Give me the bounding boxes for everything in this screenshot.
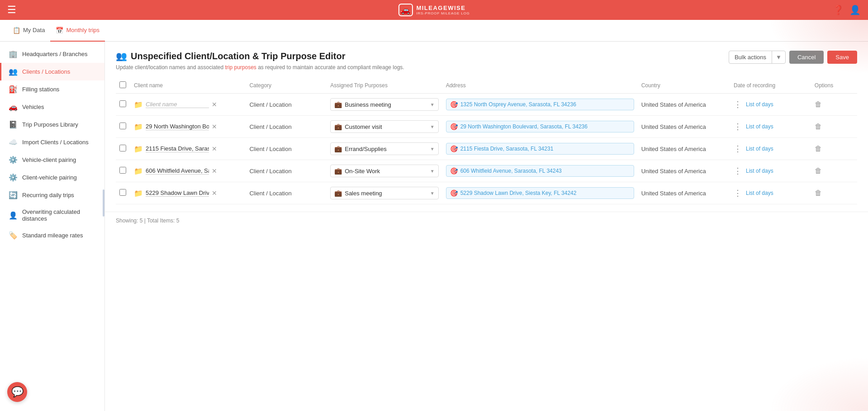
delete-button-3[interactable]: 🗑 — [815, 167, 822, 175]
tp-icon-4: 💼 — [334, 189, 342, 197]
trip-purpose-select-0[interactable]: 💼 Business meeting ▼ — [330, 98, 438, 111]
tab-monthly-trips[interactable]: 📅 Monthly trips — [50, 20, 105, 42]
select-all-checkbox[interactable] — [119, 81, 126, 88]
list-of-days-link-1[interactable]: List of days — [746, 123, 773, 130]
list-of-days-link-3[interactable]: List of days — [746, 168, 773, 174]
overwriting-icon: 👤 — [9, 211, 18, 220]
import-icon: ☁️ — [9, 138, 18, 146]
client-name-wrap-3: 📁 ✕ — [134, 167, 242, 175]
clients-icon: 👥 — [9, 67, 18, 76]
row-checkbox-0[interactable] — [119, 100, 126, 107]
options-dots-1[interactable]: ⋮ — [734, 122, 742, 132]
list-of-days-link-0[interactable]: List of days — [746, 101, 773, 108]
sidebar-item-import[interactable]: ☁️ Import Clients / Locations — [0, 133, 104, 151]
addr-icon-1: 🎯 — [450, 123, 458, 130]
trip-purpose-select-3[interactable]: 💼 On-Site Work ▼ — [330, 165, 438, 177]
bulk-actions-arrow-icon: ▼ — [772, 51, 785, 63]
row-checkbox-4[interactable] — [119, 189, 126, 196]
table-body: 📁 ✕ Client / Location 💼 Business meeting… — [116, 94, 857, 204]
top-nav: ☰ 🚗 MILEAGEWISE IRS-PROOF MILEAGE LOG ❓ … — [0, 0, 868, 20]
address-link-4[interactable]: 🎯 5229 Shadow Lawn Drive, Siesta Key, FL… — [446, 187, 634, 199]
table-footer: Showing: 5 | Total Items: 5 — [105, 212, 868, 229]
clear-input-btn-2[interactable]: ✕ — [212, 145, 217, 152]
sidebar-item-trip-purposes[interactable]: 📓 Trip Purposes Library — [0, 116, 104, 133]
client-name-wrap-0: 📁 ✕ — [134, 100, 242, 109]
sidebar-item-vehicles[interactable]: 🚗 Vehicles — [0, 98, 104, 116]
trip-purpose-select-4[interactable]: 💼 Sales meeting ▼ — [330, 187, 438, 199]
sidebar-item-recurring[interactable]: 🔄 Recurring daily trips — [0, 186, 104, 204]
options-dots-2[interactable]: ⋮ — [734, 144, 742, 154]
tp-arrow-icon-1: ▼ — [430, 124, 435, 129]
category-cell-4: Client / Location — [246, 182, 327, 204]
chat-button[interactable]: 💬 — [7, 382, 27, 402]
list-of-days-link-4[interactable]: List of days — [746, 190, 773, 196]
clear-input-btn-3[interactable]: ✕ — [212, 167, 217, 175]
options-dots-0[interactable]: ⋮ — [734, 99, 742, 109]
user-profile-button[interactable]: 👤 — [849, 5, 861, 15]
vehicles-icon: 🚗 — [9, 103, 18, 111]
col-trip-purposes: Assigned Trip Purposes — [327, 78, 442, 94]
sidebar-item-client-vehicle[interactable]: ⚙️ Client-vehicle pairing — [0, 169, 104, 186]
tab-my-data-label: My Data — [23, 27, 45, 33]
addr-icon-0: 🎯 — [450, 101, 458, 108]
delete-button-1[interactable]: 🗑 — [815, 123, 822, 131]
sidebar-item-mileage-rates[interactable]: 🏷️ Standard mileage rates — [0, 227, 104, 244]
logo-box: 🚗 — [398, 4, 413, 16]
tab-my-data[interactable]: 📋 My Data — [7, 20, 50, 42]
row-checkbox-2[interactable] — [119, 145, 126, 151]
col-client-name: Client name — [130, 78, 246, 94]
tp-icon-0: 💼 — [334, 101, 342, 108]
date-options-wrap-1: ⋮ List of days — [734, 122, 807, 132]
options-dots-4[interactable]: ⋮ — [734, 188, 742, 198]
sidebar-item-vehicle-client[interactable]: ⚙️ Vehicle-client pairing — [0, 151, 104, 169]
sidebar-item-filling-stations[interactable]: ⛽ Filling stations — [0, 80, 104, 98]
client-name-wrap-2: 📁 ✕ — [134, 145, 242, 153]
client-name-input-3[interactable] — [146, 167, 209, 175]
row-checkbox-3[interactable] — [119, 167, 126, 174]
address-link-3[interactable]: 🎯 606 Whitfield Avenue, Sarasota, FL 342… — [446, 165, 634, 177]
clear-input-btn-1[interactable]: ✕ — [212, 123, 217, 130]
help-button[interactable]: ❓ — [833, 5, 844, 15]
save-button[interactable]: Save — [827, 51, 857, 64]
sidebar-item-hq-branches[interactable]: 🏢 Headquarters / Branches — [0, 45, 104, 63]
cancel-button[interactable]: Cancel — [789, 51, 824, 64]
category-cell-0: Client / Location — [246, 94, 327, 116]
sidebar-label-recurring: Recurring daily trips — [22, 192, 74, 198]
address-link-1[interactable]: 🎯 29 North Washington Boulevard, Sarasot… — [446, 121, 634, 132]
sidebar-label-hq: Headquarters / Branches — [22, 51, 88, 57]
tp-icon-2: 💼 — [334, 145, 342, 152]
country-cell-3: United States of America — [638, 160, 730, 182]
recurring-icon: 🔄 — [9, 191, 18, 199]
category-cell-1: Client / Location — [246, 116, 327, 138]
clear-input-btn-0[interactable]: ✕ — [212, 101, 217, 108]
options-dots-3[interactable]: ⋮ — [734, 166, 742, 176]
col-options: Options — [811, 78, 857, 94]
address-link-0[interactable]: 🎯 1325 North Osprey Avenue, Sarasota, FL… — [446, 99, 634, 110]
hamburger-button[interactable]: ☰ — [7, 4, 16, 16]
address-link-2[interactable]: 🎯 2115 Fiesta Drive, Sarasota, FL 34231 — [446, 143, 634, 155]
bulk-actions-button[interactable]: Bulk actions ▼ — [729, 51, 786, 64]
folder-icon-4: 📁 — [134, 189, 143, 198]
client-name-input-1[interactable] — [146, 123, 209, 130]
delete-button-2[interactable]: 🗑 — [815, 145, 822, 153]
delete-button-0[interactable]: 🗑 — [815, 100, 822, 109]
clear-input-btn-4[interactable]: ✕ — [212, 189, 217, 197]
addr-icon-2: 🎯 — [450, 145, 458, 152]
addr-icon-3: 🎯 — [450, 167, 458, 175]
clients-table: Client name Category Assigned Trip Purpo… — [116, 78, 857, 204]
date-options-wrap-4: ⋮ List of days — [734, 188, 807, 198]
trip-purpose-select-2[interactable]: 💼 Errand/Supplies ▼ — [330, 142, 438, 155]
sidebar-item-overwriting[interactable]: 👤 Overwriting calculated distances — [0, 204, 104, 227]
client-name-input-4[interactable] — [146, 189, 209, 197]
trip-purposes-link[interactable]: trip purposes — [225, 64, 256, 71]
vehicle-client-icon: ⚙️ — [9, 156, 18, 164]
date-options-wrap-0: ⋮ List of days — [734, 99, 807, 109]
client-name-input-2[interactable] — [146, 145, 209, 152]
row-checkbox-1[interactable] — [119, 123, 126, 129]
table-row: 📁 ✕ Client / Location 💼 Customer visit ▼… — [116, 116, 857, 138]
trip-purpose-select-1[interactable]: 💼 Customer visit ▼ — [330, 120, 438, 133]
client-name-input-0[interactable] — [146, 101, 209, 108]
sidebar-item-clients-locations[interactable]: 👥 Clients / Locations — [0, 63, 104, 80]
list-of-days-link-2[interactable]: List of days — [746, 146, 773, 152]
delete-button-4[interactable]: 🗑 — [815, 189, 822, 197]
